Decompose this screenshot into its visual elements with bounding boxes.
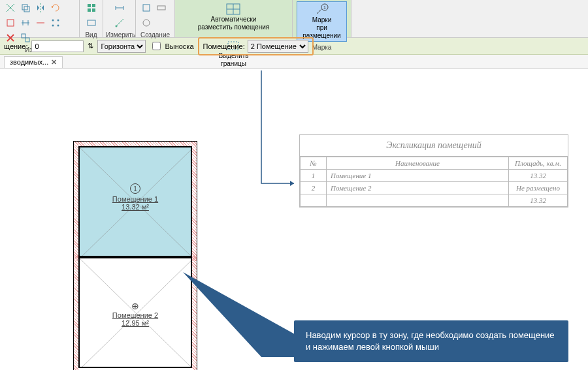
svg-point-17 (143, 20, 150, 26)
offset-label: щение: (4, 42, 27, 50)
instruction-callout: Наводим курсор в ту зону, где необходимо… (294, 320, 568, 362)
svg-text:1: 1 (323, 5, 326, 10)
floor-plan: 1 Помещение 1 13.32 м² ⊕ Помещение 2 12.… (73, 141, 197, 370)
ribbon-label-view: Вид (80, 31, 103, 39)
ribbon-label-measure: Измерить (103, 31, 135, 39)
svg-rect-0 (22, 5, 27, 10)
room-select[interactable]: 2 Помещение (248, 40, 308, 53)
callout-text: Наводим курсор в ту зону, где необходимо… (306, 330, 555, 352)
cut-icon[interactable] (4, 1, 17, 14)
ribbon: Изменить Вид Измерить Создание Автоматич… (0, 0, 588, 38)
leader-checkbox-wrap[interactable]: Выноска (150, 40, 193, 52)
ribbon-group-create: Создание (136, 0, 175, 37)
svg-rect-9 (88, 4, 91, 7)
offset-spinner-icon[interactable]: ⇅ (88, 42, 93, 50)
room-label: Помещение: (203, 42, 245, 50)
room-2-area: 12.95 м² (122, 319, 149, 327)
orientation-select[interactable]: Горизонта (97, 40, 146, 53)
svg-rect-12 (92, 8, 95, 12)
table-row: 2 Помещение 2 Не размещено (301, 182, 568, 194)
view-icon-2[interactable] (85, 16, 98, 29)
ribbon-group-room: Автоматически разместить помещения Выдел… (175, 0, 293, 37)
svg-rect-8 (25, 38, 29, 42)
schedule-title: Экспликация помещений (300, 135, 568, 157)
tab-label: зводимых... (10, 58, 48, 66)
measure-icon[interactable] (113, 16, 126, 29)
room-1-name: Помещение 1 (112, 195, 158, 203)
drawing-canvas[interactable]: 1 Помещение 1 13.32 м² ⊕ Помещение 2 12.… (0, 69, 588, 370)
svg-rect-16 (157, 6, 165, 10)
tab-bar: зводимых... ✕ (0, 55, 588, 69)
ribbon-group-view: Вид (80, 0, 103, 37)
ribbon-group-modify: Изменить (0, 0, 80, 37)
auto-place-label: Автоматически разместить помещения (198, 16, 269, 31)
svg-rect-1 (24, 7, 29, 12)
schedule-header-area: Площадь, кв.м. (509, 157, 568, 170)
svg-point-4 (57, 20, 59, 22)
mirror-icon[interactable] (34, 1, 47, 14)
array-icon[interactable] (49, 16, 62, 29)
dimension-icon[interactable] (113, 1, 126, 14)
room-schedule: Экспликация помещений № Наименование Пло… (299, 134, 568, 208)
ribbon-label-create: Создание (136, 31, 174, 39)
svg-point-14 (115, 25, 117, 27)
svg-rect-2 (7, 20, 14, 26)
view-icon-1[interactable] (85, 1, 98, 14)
table-row: 1 Помещение 1 13.32 (301, 170, 568, 182)
create-icon-3[interactable] (140, 16, 153, 29)
rotate-icon[interactable] (49, 1, 62, 14)
room-2-name: Помещение 2 (112, 311, 158, 319)
svg-rect-10 (92, 4, 95, 7)
offset-input[interactable] (31, 40, 84, 52)
auto-place-rooms-button[interactable]: Автоматически разместить помещения (194, 1, 273, 33)
svg-rect-11 (88, 8, 91, 12)
options-bar: щение: ⇅ Горизонта Выноска Помещение: 2 … (0, 38, 588, 55)
svg-point-5 (52, 25, 54, 27)
room-tag-1: 1 (130, 183, 140, 194)
svg-point-3 (52, 20, 54, 22)
room-1[interactable]: 1 Помещение 1 13.32 м² (78, 146, 192, 257)
schedule-table: № Наименование Площадь, кв.м. 1 Помещени… (300, 157, 568, 207)
room-1-area: 13.32 м² (122, 203, 149, 211)
room-selector-highlight: Помещение: 2 Помещение (198, 37, 314, 55)
svg-point-6 (57, 25, 59, 27)
schedule-header-name: Наименование (327, 157, 509, 170)
create-icon-2[interactable] (155, 1, 168, 14)
leader-label: Выноска (165, 42, 193, 50)
tag-on-placement-button[interactable]: 1 Марки при размещении (297, 1, 347, 42)
align-icon[interactable] (19, 16, 32, 29)
offset-icon[interactable] (4, 16, 17, 29)
svg-rect-15 (143, 5, 150, 11)
close-icon[interactable]: ✕ (51, 58, 57, 67)
create-icon-1[interactable] (140, 1, 153, 14)
leader-checkbox[interactable] (152, 42, 161, 50)
table-row-total: 13.32 (301, 194, 568, 207)
copy-icon[interactable] (19, 1, 32, 14)
ribbon-group-measure: Измерить (103, 0, 136, 37)
svg-rect-7 (22, 34, 25, 38)
trim-icon[interactable] (34, 16, 47, 29)
svg-rect-13 (88, 20, 95, 25)
schedule-header-num: № (301, 157, 327, 170)
room-2[interactable]: ⊕ Помещение 2 12.95 м² (78, 257, 192, 368)
tag-label: Марки при размещении (301, 16, 342, 40)
ribbon-group-tag: 1 Марки при размещении Марка (293, 0, 351, 37)
view-tab[interactable]: зводимых... ✕ (4, 56, 63, 68)
